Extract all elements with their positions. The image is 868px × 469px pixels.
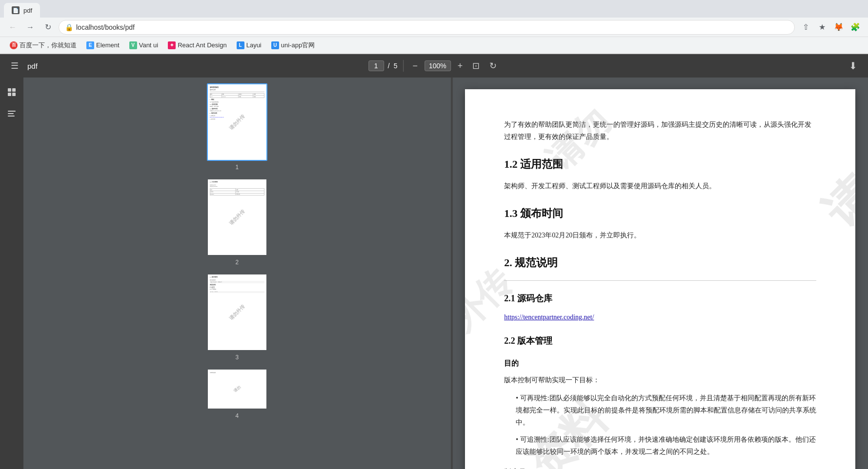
pdf-toolbar: ☰ pdf / 5 − 100% + ⊡ ↻ ⬇ xyxy=(0,54,868,78)
bookmark-layui[interactable]: L Layui xyxy=(233,39,265,51)
bookmark-vant[interactable]: V Vant ui xyxy=(125,39,162,51)
share-button[interactable]: ⇧ xyxy=(799,20,812,34)
active-tab[interactable]: 📄 pdf xyxy=(4,3,40,18)
tab-title: pdf xyxy=(23,7,32,14)
pdf-content-area: 源码管理规范 版本记录 版本日期修改人说明 1.0.02023.02耿瑞初版 1… xyxy=(0,78,868,469)
thumbnail-watermark-2: 请勿外传 xyxy=(228,208,246,226)
bookmark-vant-label: Vant ui xyxy=(139,41,159,49)
thumbnail-wrapper-4: 代码审查流程... 请勿 xyxy=(207,369,267,410)
browser-chrome: 📄 pdf ← → ↻ 🔒 localhost/books/pdf ⇧ ★ 🦊 … xyxy=(0,0,868,54)
back-button[interactable]: ← xyxy=(6,20,20,34)
zoom-level: 100% xyxy=(424,60,451,71)
thumbnail-item-2[interactable]: 2.3 分支管理 主分支 master... 开发分支 develop... 分… xyxy=(29,178,445,266)
svg-rect-2 xyxy=(8,93,11,96)
thumbnail-item-4[interactable]: 代码审查流程... 请勿 4 xyxy=(29,369,445,419)
react-ant-favicon: ✦ xyxy=(168,41,176,49)
address-bar: ← → ↻ 🔒 localhost/books/pdf ⇧ ★ 🦊 🧩 xyxy=(0,18,868,37)
profile-button[interactable]: 🦊 xyxy=(832,20,846,34)
section-2-2-sub-title: 目的 xyxy=(504,357,816,370)
svg-rect-5 xyxy=(8,113,14,114)
bookmark-baidu-label: 百度一下，你就知道 xyxy=(20,41,77,50)
section-1-2-text: 架构师、开发工程师、测试工程师以及需要使用源码仓库的相关人员。 xyxy=(504,180,816,192)
browser-actions: ⇧ ★ 🦊 🧩 xyxy=(799,20,862,34)
bullet-item-2: 可追溯性:团队应该能够选择任何环境，并快速准确地确定创建该环境所用各依赖项的版本… xyxy=(516,433,816,458)
section-1-3-text: 本规范于2023年02月20日颁布，并立即执行。 xyxy=(504,229,816,241)
thumbnail-img-3: 2.4 提交规范 提交信息格式... type(scope): subject … xyxy=(208,274,266,350)
page-separator: / xyxy=(388,62,390,70)
thumbnail-label-1: 1 xyxy=(235,164,239,171)
thumbnail-view-button[interactable] xyxy=(3,83,20,101)
zoom-out-button[interactable]: − xyxy=(409,58,421,74)
bullet-item-1: 可再现性:团队必须能够以完全自动化的方式预配任何环境，并且清楚基于相同配置再现的… xyxy=(516,392,816,429)
bookmark-react-ant-label: React Ant Design xyxy=(178,41,226,49)
pdf-viewer: ☰ pdf / 5 − 100% + ⊡ ↻ ⬇ xyxy=(0,54,868,469)
thumbnail-wrapper-2: 2.3 分支管理 主分支 master... 开发分支 develop... 分… xyxy=(207,178,267,256)
lock-icon: 🔒 xyxy=(65,23,73,31)
page-number-input[interactable] xyxy=(368,60,384,71)
bookmarks-bar: 百 百度一下，你就知道 E Element V Vant ui ✦ React … xyxy=(0,37,868,54)
thumbnail-watermark-3: 请勿外传 xyxy=(228,303,246,321)
hamburger-icon: ☰ xyxy=(11,60,19,71)
thumbnail-img-4: 代码审查流程... 请勿 xyxy=(208,370,266,409)
zoom-in-icon: + xyxy=(458,61,463,71)
version-goals-list: 可再现性:团队必须能够以完全自动化的方式预配任何环境，并且清楚基于相同配置再现的… xyxy=(516,392,816,458)
thumbnail-label-4: 4 xyxy=(235,412,239,419)
thumbnail-content-1: 源码管理规范 版本记录 版本日期修改人说明 1.0.02023.02耿瑞初版 1… xyxy=(208,84,266,160)
fit-page-icon: ⊡ xyxy=(472,60,480,71)
refresh-button[interactable]: ↻ xyxy=(41,20,55,34)
pdf-page-content: 为了有效的帮助团队更简洁，更统一的管理好源码，加强源码主提交历史的清晰可读，从源… xyxy=(504,118,816,469)
svg-rect-6 xyxy=(8,116,15,117)
tab-bar: 📄 pdf xyxy=(0,0,868,18)
section-2-1-link: https://tencentpartner.coding.net/ xyxy=(504,311,816,323)
bookmark-uniapp-label: uni-app官网 xyxy=(281,41,315,50)
outline-view-button[interactable] xyxy=(3,105,20,122)
pdf-page-1: 请勿 外传 资料 请 为了有效的帮助团队更简洁，更统一的管理好源码，加强源码主提… xyxy=(465,89,855,469)
thumbnail-item-3[interactable]: 2.4 提交规范 提交信息格式... type(scope): subject … xyxy=(29,274,445,361)
extensions-button[interactable]: 🧩 xyxy=(848,20,862,34)
rotate-icon: ↻ xyxy=(489,60,497,71)
url-text: localhost/books/pdf xyxy=(76,23,135,31)
thumbnail-wrapper-3: 2.4 提交规范 提交信息格式... type(scope): subject … xyxy=(207,274,267,351)
thumbnail-label-2: 2 xyxy=(235,259,239,266)
outline-icon xyxy=(7,109,17,118)
sidebar-icons xyxy=(0,78,23,469)
element-favicon: E xyxy=(86,41,94,49)
bookmark-element-label: Element xyxy=(96,41,120,49)
fit-page-button[interactable]: ⊡ xyxy=(469,58,483,74)
pdf-toolbar-left: ☰ pdf xyxy=(8,58,38,74)
bookmark-element[interactable]: E Element xyxy=(82,39,123,51)
zoom-out-icon: − xyxy=(412,61,418,71)
bookmark-button[interactable]: ★ xyxy=(815,20,829,34)
sidebar-toggle-button[interactable]: ☰ xyxy=(8,58,21,74)
svg-rect-0 xyxy=(8,88,11,92)
zoom-in-button[interactable]: + xyxy=(455,58,466,74)
bookmark-uniapp[interactable]: U uni-app官网 xyxy=(267,39,319,52)
svg-rect-1 xyxy=(12,88,16,92)
baidu-favicon: 百 xyxy=(10,41,18,49)
download-icon: ⬇ xyxy=(849,60,857,72)
thumbnail-label-3: 3 xyxy=(235,354,239,361)
section-1-3-title: 1.3 颁布时间 xyxy=(504,204,816,223)
section-2-1-title: 2.1 源码仓库 xyxy=(504,291,816,306)
pdf-scroll-area[interactable]: 请勿 外传 资料 请 为了有效的帮助团队更简洁，更统一的管理好源码，加强源码主提… xyxy=(453,78,868,469)
coding-link[interactable]: https://tencentpartner.coding.net/ xyxy=(504,313,594,321)
download-button[interactable]: ⬇ xyxy=(846,57,860,75)
thumbnail-watermark-4: 请勿 xyxy=(232,384,242,393)
url-bar[interactable]: 🔒 localhost/books/pdf xyxy=(59,20,795,35)
thumbnail-img-2: 2.3 分支管理 主分支 master... 开发分支 develop... 分… xyxy=(208,179,266,255)
svg-rect-3 xyxy=(12,93,16,96)
thumbnail-item-1[interactable]: 源码管理规范 版本记录 版本日期修改人说明 1.0.02023.02耿瑞初版 1… xyxy=(29,83,445,171)
divider-1 xyxy=(504,280,816,281)
bookmark-layui-label: Layui xyxy=(246,41,262,49)
bookmark-baidu[interactable]: 百 百度一下，你就知道 xyxy=(6,39,81,52)
svg-rect-4 xyxy=(8,111,16,112)
section-2-2-intro: 版本控制可帮助实现一下目标： xyxy=(504,374,816,386)
pdf-toolbar-center: / 5 − 100% + ⊡ ↻ xyxy=(368,58,500,74)
rotate-button[interactable]: ↻ xyxy=(486,58,500,74)
thumbnail-content-4: 代码审查流程... 请勿 xyxy=(208,370,266,409)
intro-paragraph: 为了有效的帮助团队更简洁，更统一的管理好源码，加强源码主提交历史的清晰可读，从源… xyxy=(504,118,816,143)
bookmark-react-ant[interactable]: ✦ React Ant Design xyxy=(164,39,230,51)
forward-button[interactable]: → xyxy=(23,20,37,34)
section-1-2-title: 1.2 适用范围 xyxy=(504,155,816,174)
toolbar-separator-1 xyxy=(403,60,404,72)
